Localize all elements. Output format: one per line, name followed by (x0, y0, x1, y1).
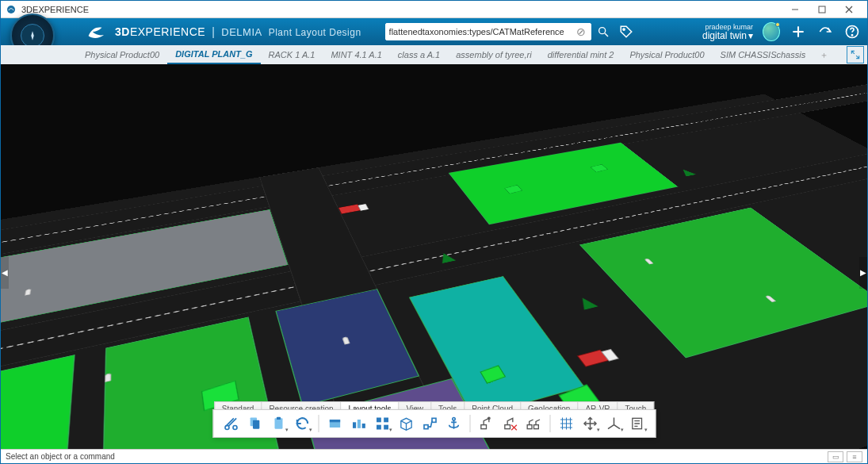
svg-point-0 (7, 6, 15, 13)
status-text: Select an object or a command (6, 452, 115, 461)
svg-rect-30 (377, 425, 381, 430)
doc-tab[interactable]: class a A.1 (390, 45, 448, 64)
layout-arrange-button[interactable] (347, 413, 369, 434)
svg-point-6 (598, 28, 605, 34)
svg-point-16 (233, 426, 237, 430)
anchor-button[interactable] (442, 413, 465, 434)
svg-rect-29 (384, 418, 388, 423)
fit-view-button[interactable] (847, 46, 864, 63)
robot-insert-button[interactable] (475, 413, 497, 434)
svg-line-55 (608, 425, 614, 429)
svg-point-36 (452, 418, 454, 420)
share-button[interactable] (816, 23, 834, 40)
svg-rect-39 (480, 425, 486, 429)
svg-rect-44 (527, 425, 532, 429)
status-log-toggle[interactable]: ≡ (847, 451, 862, 462)
layout-transfer-button[interactable] (419, 413, 441, 434)
cut-button[interactable] (220, 413, 242, 434)
window-maximize-button[interactable] (809, 1, 835, 17)
svg-rect-31 (384, 425, 388, 430)
doc-tab[interactable]: Physical Product00 (621, 45, 712, 64)
properties-button[interactable]: ▾ (626, 413, 648, 434)
svg-rect-24 (329, 420, 339, 422)
move-button[interactable]: ▾ (579, 413, 601, 434)
doc-tab[interactable]: RACK 1 A.1 (261, 45, 323, 64)
svg-rect-27 (361, 424, 365, 428)
undo-button[interactable]: ▾ (291, 413, 313, 434)
window-close-button[interactable] (835, 1, 862, 17)
svg-rect-20 (253, 420, 259, 429)
brand-bar: 3DEXPERIENCE | DELMIA Plant Layout Desig… (1, 18, 867, 45)
svg-rect-25 (353, 422, 356, 428)
search-box[interactable]: ⊘ (385, 23, 591, 40)
doc-tab[interactable]: MINT 4.1 A.1 (323, 45, 389, 64)
svg-rect-41 (504, 425, 510, 429)
robot-duplicate-button[interactable] (522, 413, 545, 434)
search-button[interactable] (595, 24, 612, 40)
status-panel-toggle[interactable]: ▭ (828, 451, 843, 462)
add-button[interactable] (790, 23, 807, 40)
help-button[interactable] (843, 23, 861, 40)
svg-rect-22 (277, 417, 281, 420)
svg-line-56 (614, 425, 620, 429)
svg-rect-28 (377, 418, 381, 423)
chevron-down-icon: ▾ (748, 31, 753, 40)
robot-remove-button[interactable] (499, 413, 521, 434)
home-globe-button[interactable] (763, 23, 780, 40)
user-project: digital twin (702, 31, 747, 40)
svg-rect-2 (819, 6, 825, 13)
layout-new-button[interactable] (323, 413, 346, 434)
doc-tab[interactable]: DIGITAL PLANT_G (167, 45, 260, 64)
svg-rect-45 (533, 425, 538, 429)
app-icon (6, 4, 17, 15)
viewport-pan-left[interactable]: ◀ (1, 257, 9, 289)
svg-rect-35 (432, 418, 436, 422)
search-clear-button[interactable]: ⊘ (575, 25, 587, 38)
user-block[interactable]: pradeep kumar digital twin▾ (702, 24, 753, 40)
doc-tab[interactable]: assembly of tyree,ri (448, 45, 539, 64)
window-title: 3DEXPERIENCE (21, 5, 89, 14)
tag-button[interactable] (615, 23, 637, 40)
window-titlebar: 3DEXPERIENCE (1, 1, 867, 18)
search-input[interactable] (389, 27, 575, 36)
window-minimize-button[interactable] (782, 1, 809, 17)
status-bar: Select an object or a command ▭ ≡ (1, 449, 867, 463)
brand-title: 3DEXPERIENCE | DELMIA Plant Layout Desig… (115, 25, 361, 38)
svg-rect-21 (274, 418, 282, 428)
doc-tab[interactable]: SIM CHASSISchassis (713, 45, 814, 64)
viewport-pan-right[interactable]: ▶ (859, 257, 867, 289)
command-toolbar: ▾ ▾ ▾ ▾ ▾ ▾ (212, 409, 656, 438)
svg-rect-34 (424, 425, 428, 429)
layout-3dbox-button[interactable] (395, 413, 417, 434)
paste-button[interactable]: ▾ (267, 413, 289, 434)
layout-grid-button[interactable]: ▾ (371, 413, 393, 434)
svg-line-7 (605, 33, 608, 36)
doc-tab[interactable]: differential mint 2 (540, 45, 622, 64)
svg-marker-5 (31, 31, 34, 40)
copy-button[interactable] (243, 413, 266, 434)
show-grid-button[interactable] (555, 413, 577, 434)
add-tab-button[interactable]: ＋ (813, 49, 835, 61)
doc-tab[interactable]: Physical Product00 (77, 45, 167, 64)
svg-point-12 (851, 35, 852, 36)
svg-point-8 (622, 29, 624, 30)
svg-rect-26 (357, 420, 360, 428)
ds-logo-icon (86, 23, 107, 40)
document-tabs: Physical Product00 DIGITAL PLANT_G RACK … (1, 45, 867, 64)
axis-triad-button[interactable]: ▾ (602, 413, 625, 434)
3d-viewport[interactable]: ◀ ▶ Standard Resource creation Layout to… (1, 64, 867, 449)
user-name: pradeep kumar (702, 24, 753, 31)
